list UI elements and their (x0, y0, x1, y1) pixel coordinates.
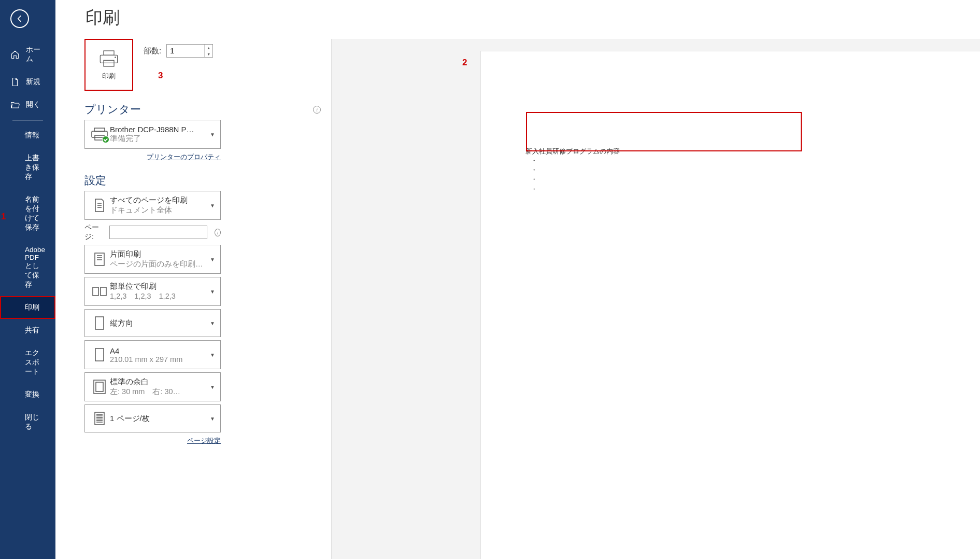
copies-stepper[interactable]: ▲ ▼ (166, 44, 213, 58)
paper-icon (94, 347, 105, 362)
dd-sub: 左: 30 mm 右: 30… (110, 387, 209, 397)
chevron-down-icon: ▼ (209, 416, 216, 422)
check-badge-icon (102, 136, 109, 143)
sidebar-item-new[interactable]: 新規 (0, 71, 55, 93)
sidebar-item-label: 新規 (26, 77, 40, 87)
sidebar-item-info[interactable]: 情報 (0, 124, 55, 147)
dd-title: 片面印刷 (110, 249, 209, 259)
preview-page: 新入社員研修プログラムの内容 ・ ・ ・ ・ (481, 51, 980, 559)
preview-doc-bullet: ・ (531, 165, 980, 175)
print-range-selector[interactable]: すべてのページを印刷 ドキュメント全体 ▼ (84, 191, 221, 220)
orientation-selector[interactable]: 縦方向 ▼ (84, 309, 221, 337)
copies-label: 部数: (144, 46, 161, 56)
copies-spin-up[interactable]: ▲ (205, 45, 212, 51)
sidebar-item-label: 共有 (25, 326, 39, 335)
dd-title: 標準の余白 (110, 377, 209, 387)
sidebar-item-label: 開く (26, 100, 40, 109)
sidebar-item-label: 上書き保存 (25, 153, 45, 181)
copies-spin-down[interactable]: ▼ (205, 51, 212, 57)
chevron-down-icon: ▼ (209, 384, 216, 390)
margins-selector[interactable]: 標準の余白 左: 30 mm 右: 30… ▼ (84, 372, 221, 401)
settings-section-heading: 設定 (84, 173, 321, 188)
chevron-down-icon: ▼ (209, 203, 216, 208)
print-settings-column: 3 印刷 部数: (55, 39, 332, 559)
annotation-2: 2 (462, 58, 467, 68)
printer-name: Brother DCP-J988N P… (110, 125, 209, 134)
sidebar-item-home[interactable]: ホーム (0, 38, 55, 71)
arrow-left-icon (16, 15, 24, 23)
sidebar-item-label: エクスポート (25, 348, 45, 376)
svg-rect-8 (93, 287, 98, 296)
svg-rect-11 (95, 348, 104, 361)
sidebar-item-transform[interactable]: 変換 (0, 383, 55, 406)
sidebar-item-save-pdf[interactable]: Adobe PDF として保存 (0, 239, 55, 296)
chevron-down-icon: ▼ (209, 320, 216, 326)
sidebar-item-label: ホーム (26, 45, 45, 64)
svg-rect-13 (96, 382, 103, 392)
chevron-down-icon: ▼ (209, 352, 216, 358)
collate-selector[interactable]: 部単位で印刷 1,2,3 1,2,3 1,2,3 ▼ (84, 277, 221, 306)
chevron-down-icon: ▼ (209, 289, 216, 295)
info-icon[interactable]: i (313, 106, 321, 114)
svg-rect-1 (100, 55, 117, 63)
preview-highlight-box (526, 112, 802, 151)
sidebar-item-saveas[interactable]: 名前を付けて保存 (0, 188, 55, 239)
preview-doc-bullet: ・ (531, 156, 980, 165)
collate-icon (92, 286, 107, 297)
preview-doc-bullet: ・ (531, 175, 980, 184)
sidebar-item-export[interactable]: エクスポート (0, 342, 55, 383)
dd-title: A4 (110, 346, 209, 355)
sidebar-item-label: 情報 (25, 131, 39, 140)
copies-input[interactable] (167, 45, 204, 57)
printer-status: 準備完了 (110, 134, 209, 144)
annotation-1: 1 (1, 212, 6, 222)
svg-rect-9 (101, 287, 106, 296)
printer-section-heading: プリンター i (84, 102, 321, 117)
sidebar-item-share[interactable]: 共有 (0, 319, 55, 342)
margins-icon (93, 379, 106, 395)
info-icon[interactable]: i (215, 229, 221, 236)
sidebar-item-label: 閉じる (25, 413, 45, 431)
sidebar-item-label: 変換 (25, 390, 39, 399)
sidebar-item-label: 印刷 (25, 303, 39, 312)
pages-label: ページ: (84, 223, 104, 242)
printer-properties-link[interactable]: プリンターのプロパティ (147, 153, 221, 161)
printer-heading-text: プリンター (84, 102, 141, 117)
dd-title: 縦方向 (110, 318, 209, 328)
sidebar-item-close[interactable]: 閉じる (0, 406, 55, 438)
sides-selector[interactable]: 片面印刷 ページの片面のみを印刷し… ▼ (84, 245, 221, 274)
back-button[interactable] (10, 9, 29, 28)
sidebar-item-open[interactable]: 開く (0, 93, 55, 116)
page-setup-link[interactable]: ページ設定 (187, 437, 221, 444)
svg-point-3 (115, 57, 116, 58)
dd-title: 1 ページ/枚 (110, 414, 209, 424)
folder-open-icon (10, 100, 20, 109)
dd-sub: ページの片面のみを印刷し… (110, 259, 209, 269)
svg-rect-10 (95, 317, 104, 329)
dd-sub: 210.01 mm x 297 mm (110, 355, 209, 364)
sidebar-item-print[interactable]: 印刷 (0, 296, 55, 319)
pages-input[interactable] (109, 226, 207, 239)
file-icon (10, 77, 20, 87)
page-per-sheet-icon (93, 411, 106, 426)
paper-size-selector[interactable]: A4 210.01 mm x 297 mm ▼ (84, 340, 221, 369)
print-button-label: 印刷 (102, 72, 116, 81)
preview-doc-bullet: ・ (531, 185, 980, 194)
dd-sub: ドキュメント全体 (110, 205, 209, 215)
page-single-side-icon (93, 252, 106, 267)
print-preview-area: 2 新入社員研修プログラムの内容 ・ ・ ・ ・ (332, 39, 980, 559)
printer-selector[interactable]: Brother DCP-J988N P… 準備完了 ▼ (84, 120, 221, 149)
sidebar-divider (12, 120, 43, 121)
dd-title: 部単位で印刷 (110, 282, 209, 291)
home-icon (10, 50, 20, 59)
svg-rect-4 (94, 128, 105, 131)
printer-icon (98, 49, 119, 68)
svg-rect-2 (104, 60, 114, 66)
printer-ready-icon (91, 128, 108, 141)
pages-per-sheet-selector[interactable]: 1 ページ/枚 ▼ (84, 404, 221, 432)
dd-title: すべてのページを印刷 (110, 195, 209, 205)
annotation-3: 3 (158, 71, 163, 81)
sidebar-item-save[interactable]: 上書き保存 (0, 147, 55, 188)
settings-heading-text: 設定 (84, 173, 106, 188)
print-button[interactable]: 印刷 (84, 39, 133, 91)
